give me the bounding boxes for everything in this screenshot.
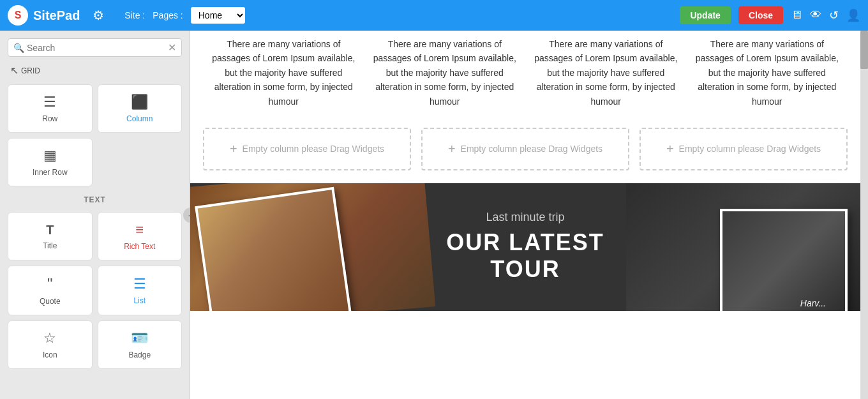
four-col-section: There are many variations of passages of…	[190, 31, 860, 121]
undo-icon[interactable]: ↺	[829, 8, 839, 22]
badge-icon: 🪪	[131, 330, 148, 347]
col-text-4: There are many variations of passages of…	[687, 37, 848, 109]
empty-col-text-3: Empty column please Drag Widgets	[679, 144, 821, 154]
site-label: Site :	[124, 10, 145, 20]
empty-col-3[interactable]: + Empty column please Drag Widgets	[640, 128, 848, 170]
column-label: Column	[126, 114, 153, 123]
main-layout: 🔍 ✕ ↖ GRID ☰ Row ⬛ Column ▦ Inner Row	[0, 31, 868, 399]
photo-left	[195, 187, 352, 311]
empty-cols-section: + Empty column please Drag Widgets + Emp…	[190, 121, 860, 183]
search-bar: 🔍 ✕	[8, 38, 182, 57]
inner-row-label: Inner Row	[33, 168, 68, 177]
empty-col-1[interactable]: + Empty column please Drag Widgets	[203, 128, 411, 170]
layout-widget-grid: ☰ Row ⬛ Column ▦ Inner Row	[0, 79, 190, 192]
search-input[interactable]	[27, 43, 168, 53]
gear-icon[interactable]: ⚙	[93, 8, 104, 23]
canvas-scrollbar[interactable]	[860, 31, 868, 399]
widget-inner-row[interactable]: ▦ Inner Row	[8, 138, 93, 186]
list-label: List	[133, 296, 146, 305]
cursor-indicator: ↖ GRID	[10, 64, 179, 77]
empty-col-text-1: Empty column please Drag Widgets	[243, 144, 385, 154]
inner-row-icon: ▦	[43, 147, 57, 164]
icon-label: Icon	[43, 350, 57, 359]
title-icon: T	[46, 223, 54, 237]
text-widget-grid: T Title ≡ Rich Text " Quote ☰ List ☆ Ico…	[0, 207, 190, 374]
dark-section-title: OUR LATEST TOUR	[446, 229, 604, 283]
canvas-area[interactable]: There are many variations of passages of…	[190, 31, 860, 399]
eye-icon[interactable]: 👁	[810, 8, 821, 22]
sign-text: Harv...	[800, 298, 826, 308]
clear-icon[interactable]: ✕	[168, 41, 176, 54]
rich-text-icon: ≡	[135, 222, 144, 238]
topbar: S SitePad ⚙ Site : Pages : Home About Co…	[0, 0, 868, 31]
col-text-2: There are many variations of passages of…	[364, 37, 526, 109]
pages-select[interactable]: Home About Contact Blog	[191, 7, 245, 24]
col-text-3: There are many variations of passages of…	[525, 37, 687, 109]
update-button[interactable]: Update	[680, 6, 730, 24]
topbar-icons: 🖥 👁 ↺ 👤	[791, 8, 860, 22]
quote-icon: "	[47, 275, 53, 293]
plus-icon-1: +	[230, 142, 237, 156]
logo-icon: S	[8, 5, 28, 26]
search-icon: 🔍	[13, 43, 24, 53]
badge-label: Badge	[128, 350, 151, 359]
dark-section-content: Last minute trip OUR LATEST TOUR	[446, 211, 604, 283]
rich-text-label: Rich Text	[124, 242, 155, 251]
widget-icon[interactable]: ☆ Icon	[8, 320, 93, 369]
empty-col-2[interactable]: + Empty column please Drag Widgets	[421, 128, 629, 170]
widget-quote[interactable]: " Quote	[8, 266, 93, 315]
dark-section-subtitle: Last minute trip	[446, 211, 604, 224]
widget-list[interactable]: ☰ List	[98, 266, 183, 315]
col-text-1: There are many variations of passages of…	[203, 37, 364, 109]
user-icon[interactable]: 👤	[846, 8, 860, 22]
row-label: Row	[42, 114, 57, 123]
list-icon: ☰	[133, 276, 146, 292]
pages-label: Pages :	[153, 10, 183, 20]
widget-title[interactable]: T Title	[8, 212, 93, 260]
photo-right: Harv...	[720, 209, 848, 311]
quote-label: Quote	[40, 297, 61, 306]
plus-icon-2: +	[448, 142, 456, 156]
widget-rich-text[interactable]: ≡ Rich Text	[98, 212, 183, 260]
widget-badge[interactable]: 🪪 Badge	[98, 320, 183, 369]
column-icon: ⬛	[131, 94, 148, 110]
dark-section: Harv... Last minute trip OUR LATEST TOUR	[190, 183, 860, 311]
logo: S SitePad	[8, 5, 80, 26]
row-icon: ☰	[43, 94, 56, 110]
empty-col-text-2: Empty column please Drag Widgets	[461, 144, 603, 154]
close-button[interactable]: Close	[738, 6, 783, 24]
sidebar: 🔍 ✕ ↖ GRID ☰ Row ⬛ Column ▦ Inner Row	[0, 31, 190, 399]
title-label: Title	[43, 241, 57, 250]
widget-row[interactable]: ☰ Row	[8, 84, 93, 133]
canvas-scrollbar-thumb[interactable]	[860, 31, 868, 69]
icon-icon: ☆	[43, 330, 56, 347]
plus-icon-3: +	[666, 142, 674, 156]
monitor-icon[interactable]: 🖥	[791, 8, 802, 22]
text-section-label: TEXT	[0, 192, 190, 207]
widget-column[interactable]: ⬛ Column	[98, 84, 183, 133]
logo-text: SitePad	[33, 8, 80, 23]
